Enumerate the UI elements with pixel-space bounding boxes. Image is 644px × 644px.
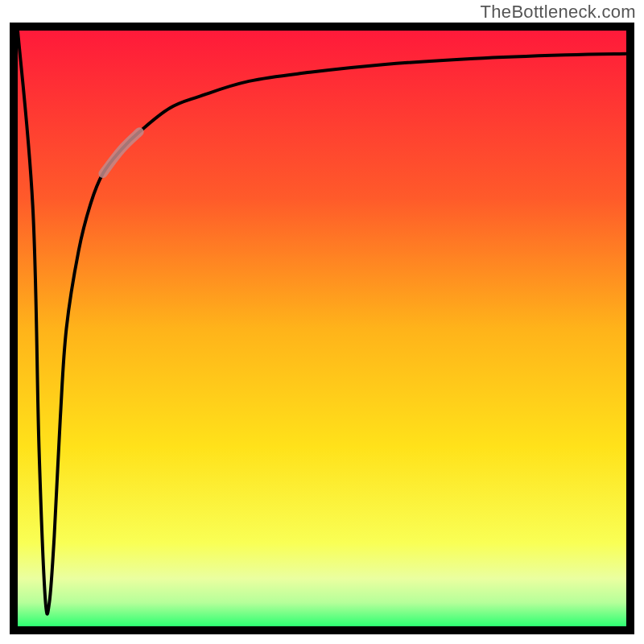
chart-plot-area bbox=[18, 31, 626, 626]
chart-curve-layer bbox=[18, 31, 626, 626]
attribution-text: TheBottleneck.com bbox=[481, 2, 636, 23]
highlight-segment bbox=[103, 132, 139, 174]
bottleneck-curve bbox=[18, 31, 626, 614]
chart-frame bbox=[10, 23, 634, 634]
